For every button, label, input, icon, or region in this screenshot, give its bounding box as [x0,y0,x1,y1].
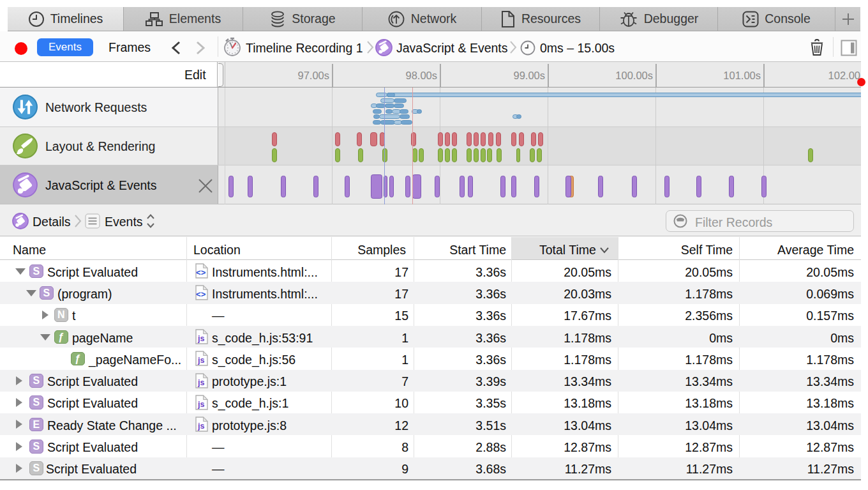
svg-text:js: js [197,378,204,387]
svg-text:<>: <> [196,289,206,299]
svg-text:js: js [197,400,204,409]
svg-text:js: js [197,422,204,431]
svg-text:js: js [197,334,204,343]
svg-text:js: js [197,356,204,365]
svg-text:<>: <> [196,268,206,277]
